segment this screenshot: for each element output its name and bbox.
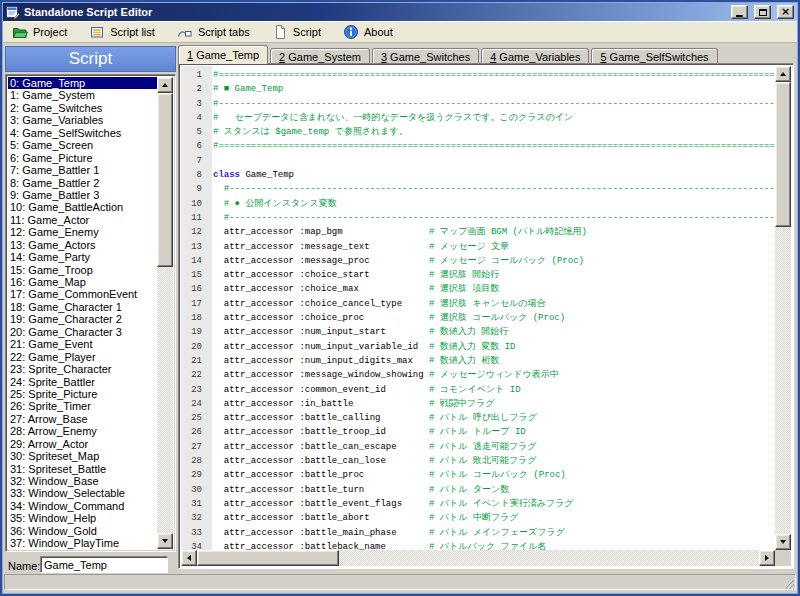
script-list-item[interactable]: 8: Game_Battler 2 [8,177,157,189]
script-list-item[interactable]: 1: Game_System [8,89,157,101]
code-line: 9 #-------------------------------------… [181,182,775,196]
script-tabs-button[interactable]: Script tabs [172,22,255,42]
script-list-item[interactable]: 22: Game_Player [8,351,157,363]
resize-grip[interactable] [782,576,795,589]
code-line: 8class Game_Temp [181,168,775,182]
script-list-item[interactable]: 17: Game_CommonEvent [8,288,157,300]
editor-tab-bar: 1Game_Temp2Game_System3Game_Switches4Gam… [178,45,720,64]
tab-game-temp[interactable]: 1Game_Temp [178,45,268,64]
maximize-button[interactable] [754,5,771,19]
tab-label: Game_System [288,51,361,63]
window-title: Standalone Script Editor [24,6,725,18]
editor-horizontal-scrollbar[interactable] [181,550,775,566]
script-list-item[interactable]: 30: Spriteset_Map [8,450,157,462]
scroll-up-button[interactable] [157,77,173,93]
code-line: 25 attr_accessor :battle_calling # バトル 呼… [181,411,775,425]
line-number: 4 [181,111,207,125]
code-line: 19 attr_accessor :num_input_start # 数値入力… [181,325,775,339]
line-number: 16 [181,282,207,296]
scrollbar-thumb[interactable] [197,550,339,566]
script-list-item[interactable]: 15: Game_Troop [8,264,157,276]
script-list-item[interactable]: 33: Window_Selectable [8,487,157,499]
code-line: 4# セーブデータに含まれない、一時的なデータを扱うクラスです。このクラスのイン [181,111,775,125]
script-list-item[interactable]: 28: Arrow_Enemy [8,425,157,437]
tab-game-switches[interactable]: 3Game_Switches [372,48,479,64]
tab-label: Game_SelfSwitches [610,51,709,63]
script-button[interactable]: Script [267,22,326,42]
script-list-item[interactable]: 37: Window_PlayTime [8,537,157,549]
script-list-item[interactable]: 14: Game_Party [8,251,157,263]
line-number: 6 [181,139,207,153]
arrow-right-icon [765,555,769,561]
about-button[interactable]: About [338,22,398,42]
script-list-item[interactable]: 19: Game_Character 2 [8,313,157,325]
script-list-item[interactable]: 32: Window_Base [8,475,157,487]
tab-game-selfswitches[interactable]: 5Game_SelfSwitches [591,48,717,64]
script-list-item[interactable]: 9: Game_Battler 3 [8,189,157,201]
scrollbar-thumb[interactable] [157,93,173,267]
script-list-item[interactable]: 21: Game_Event [8,338,157,350]
line-number: 34 [181,540,207,550]
script-list-item[interactable]: 10: Game_BattleAction [8,201,157,213]
tool-label: Script list [110,26,155,38]
arrow-left-icon [187,555,191,561]
about-info-icon [343,24,359,40]
tab-game-system[interactable]: 2Game_System [270,48,370,64]
script-list-item[interactable]: 35: Window_Help [8,512,157,524]
line-number: 21 [181,354,207,368]
script-list[interactable]: 0: Game_Temp1: Game_System2: Game_Switch… [5,74,176,552]
script-list-item[interactable]: 25: Sprite_Picture [8,388,157,400]
script-list-item[interactable]: 11: Game_Actor [8,214,157,226]
tab-game-variables[interactable]: 4Game_Variables [481,48,589,64]
script-list-item[interactable]: 0: Game_Temp [8,77,157,89]
code-area[interactable]: 1#======================================… [181,66,775,550]
minimize-button[interactable] [731,5,748,19]
script-list-icon [89,24,105,40]
script-list-scrollbar[interactable] [157,77,173,549]
script-list-button[interactable]: Script list [84,22,160,42]
script-list-item[interactable]: 36: Window_Gold [8,525,157,537]
arrow-down-icon [162,539,168,543]
scroll-left-button[interactable] [181,550,197,566]
script-list-item[interactable]: 7: Game_Battler 1 [8,164,157,176]
script-list-item[interactable]: 3: Game_Variables [8,114,157,126]
code-line: 24 attr_accessor :in_battle # 戦闘中フラグ [181,397,775,411]
script-list-item[interactable]: 5: Game_Screen [8,139,157,151]
script-list-item[interactable]: 4: Game_SelfSwitches [8,127,157,139]
scroll-up-button[interactable] [775,66,791,82]
line-number: 22 [181,368,207,382]
code-line: 34 attr_accessor :battleback_name # バトルバ… [181,540,775,550]
script-list-item[interactable]: 13: Game_Actors [8,239,157,251]
scroll-down-button[interactable] [775,534,791,550]
code-line: 6#======================================… [181,139,775,153]
script-list-item[interactable]: 2: Game_Switches [8,102,157,114]
code-editor: 1#======================================… [178,63,794,569]
tab-label: Game_Temp [196,49,259,61]
script-list-item[interactable]: 6: Game_Picture [8,152,157,164]
script-list-item[interactable]: 24: Sprite_Battler [8,376,157,388]
script-list-item[interactable]: 16: Game_Map [8,276,157,288]
script-list-item[interactable]: 34: Window_Command [8,500,157,512]
editor-vertical-scrollbar[interactable] [775,66,791,550]
script-list-item[interactable]: 26: Sprite_Timer [8,400,157,412]
script-list-item[interactable]: 12: Game_Enemy [8,226,157,238]
code-line: 32 attr_accessor :battle_abort # バトル 中断フ… [181,511,775,525]
script-list-item[interactable]: 31: Spriteset_Battle [8,463,157,475]
code-line: 7 [181,154,775,168]
script-list-item[interactable]: 29: Arrow_Actor [8,438,157,450]
scroll-down-button[interactable] [157,533,173,549]
close-button[interactable]: × [777,5,794,19]
scrollbar-thumb[interactable] [775,82,791,227]
code-line: 12 attr_accessor :map_bgm # マップ画面 BGM (バ… [181,225,775,239]
script-list-item[interactable]: 20: Game_Character 3 [8,326,157,338]
scroll-right-button[interactable] [759,550,775,566]
project-button[interactable]: Project [7,22,72,42]
script-list-item[interactable]: 18: Game_Character 1 [8,301,157,313]
script-name-input[interactable] [40,556,168,573]
line-number: 7 [181,154,207,168]
title-bar[interactable]: Standalone Script Editor × [3,3,797,21]
script-list-item[interactable]: 23: Sprite_Character [8,363,157,375]
script-list-item[interactable]: 27: Arrow_Base [8,413,157,425]
tab-label: Game_Switches [390,51,470,63]
tool-label: About [364,26,393,38]
